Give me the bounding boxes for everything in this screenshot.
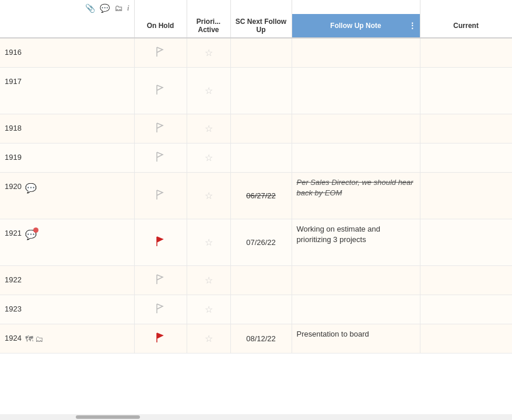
id-cell: 1922 — [0, 265, 134, 295]
followup-note-cell: Working on estimate and prioritizing 3 p… — [292, 219, 420, 265]
star-icon[interactable]: ☆ — [205, 237, 213, 247]
info-header-icon[interactable]: i — [127, 4, 129, 13]
current-cell — [420, 38, 512, 67]
current-cell — [420, 143, 512, 172]
table-row: 1916 ☆ — [0, 38, 512, 67]
row-id-number: 1918 — [5, 124, 22, 132]
flag-outline-icon[interactable] — [156, 88, 165, 97]
scnext-column-header[interactable]: SC Next Follow Up — [230, 14, 292, 38]
flag-outline-icon[interactable] — [156, 50, 165, 59]
chat-icon[interactable]: 💬 — [25, 183, 37, 194]
current-cell — [420, 265, 512, 295]
chat-badge-icon[interactable]: 💬 — [25, 229, 37, 240]
priori-icons-cell — [187, 0, 230, 14]
chat-header-icon[interactable]: 💬 — [100, 4, 110, 13]
priority-star-cell[interactable]: ☆ — [187, 219, 230, 265]
id-cell: 1924🗺🗂 — [0, 324, 134, 353]
flag-filled-icon[interactable] — [156, 336, 165, 345]
table-row: 1923 ☆ — [0, 295, 512, 324]
flag-cell[interactable] — [134, 67, 187, 114]
table-row: 1924🗺🗂 ☆08/12/22Presentation to board — [0, 324, 512, 353]
current-cell — [420, 219, 512, 265]
current-cell — [420, 324, 512, 353]
star-icon[interactable]: ☆ — [205, 275, 213, 285]
flag-cell[interactable] — [134, 143, 187, 172]
followup-note-cell — [292, 67, 420, 114]
paperclip-icon[interactable]: 📎 — [85, 4, 95, 13]
table-row: 1919 ☆ — [0, 143, 512, 172]
onhold-column-header[interactable]: On Hold — [134, 14, 187, 38]
followup-note-text: Working on estimate and prioritizing 3 p… — [297, 225, 381, 244]
flag-outline-icon[interactable] — [156, 278, 165, 286]
folder-icon: 🗂 — [35, 334, 43, 344]
current-icons-cell — [420, 0, 512, 14]
star-icon[interactable]: ☆ — [205, 191, 213, 201]
flag-cell[interactable] — [134, 295, 187, 324]
id-cell: 1917 — [0, 67, 134, 114]
notification-badge — [33, 228, 38, 233]
current-cell — [420, 67, 512, 114]
flag-cell[interactable] — [134, 219, 187, 265]
row-id-number: 1919 — [5, 153, 22, 162]
row-id-number: 1922 — [5, 275, 22, 284]
current-cell — [420, 114, 512, 143]
sc-followup-cell — [230, 38, 292, 67]
star-icon[interactable]: ☆ — [205, 48, 213, 58]
row-id-number: 1921 — [5, 229, 22, 237]
row-id-number: 1916 — [5, 48, 22, 57]
scrollbar-thumb[interactable] — [76, 415, 140, 419]
priority-star-cell[interactable]: ☆ — [187, 114, 230, 143]
column-menu-icon[interactable]: ⋮ — [408, 21, 416, 30]
main-table-container: 📎 💬 🗂 i On Hold Priori... Active SC Next… — [0, 0, 512, 420]
followup-note-cell — [292, 38, 420, 67]
onhold-icons-cell — [134, 0, 187, 14]
sc-followup-cell — [230, 114, 292, 143]
star-icon[interactable]: ☆ — [205, 124, 213, 134]
current-cell — [420, 172, 512, 219]
sc-followup-cell: 07/26/22 — [230, 219, 292, 265]
followup-column-header[interactable]: Follow Up Note ⋮ — [292, 14, 420, 38]
star-icon[interactable]: ☆ — [205, 334, 213, 344]
current-column-header[interactable]: Current — [420, 14, 512, 38]
horizontal-scrollbar[interactable] — [0, 414, 512, 420]
flag-outline-icon[interactable] — [156, 307, 165, 316]
star-icon[interactable]: ☆ — [205, 304, 213, 314]
sc-followup-cell: 06/27/22 — [230, 172, 292, 219]
followup-icons-cell — [292, 0, 420, 14]
priority-star-cell[interactable]: ☆ — [187, 324, 230, 353]
priori-column-header[interactable]: Priori... Active — [187, 14, 230, 38]
sc-followup-cell — [230, 295, 292, 324]
priority-star-cell[interactable]: ☆ — [187, 172, 230, 219]
priority-star-cell[interactable]: ☆ — [187, 295, 230, 324]
flag-outline-icon[interactable] — [156, 193, 165, 202]
id-cell: 1919 — [0, 143, 134, 172]
flag-cell[interactable] — [134, 265, 187, 295]
followup-note-cell: Presentation to board — [292, 324, 420, 353]
followup-note-text: Presentation to board — [297, 330, 369, 338]
flag-outline-icon[interactable] — [156, 155, 165, 164]
star-icon[interactable]: ☆ — [205, 153, 213, 163]
priority-star-cell[interactable]: ☆ — [187, 265, 230, 295]
sc-followup-cell — [230, 143, 292, 172]
table-row: 1918 ☆ — [0, 114, 512, 143]
sc-followup-cell — [230, 67, 292, 114]
priority-star-cell[interactable]: ☆ — [187, 143, 230, 172]
table-row: 1917 ☆ — [0, 67, 512, 114]
flag-cell[interactable] — [134, 324, 187, 353]
flag-cell[interactable] — [134, 114, 187, 143]
priority-star-cell[interactable]: ☆ — [187, 67, 230, 114]
sc-followup-cell — [230, 265, 292, 295]
priority-star-cell[interactable]: ☆ — [187, 38, 230, 67]
followup-note-cell — [292, 143, 420, 172]
flag-cell[interactable] — [134, 172, 187, 219]
id-cell: 1923 — [0, 295, 134, 324]
flag-cell[interactable] — [134, 38, 187, 67]
flag-filled-icon[interactable] — [156, 240, 165, 249]
current-cell — [420, 295, 512, 324]
sc-followup-date: 07/26/22 — [246, 238, 276, 247]
flag-outline-icon[interactable] — [156, 126, 165, 135]
star-icon[interactable]: ☆ — [205, 86, 213, 96]
folder-header-icon[interactable]: 🗂 — [114, 4, 122, 13]
sc-followup-date: 08/12/22 — [246, 334, 276, 343]
id-cell: 1918 — [0, 114, 134, 143]
